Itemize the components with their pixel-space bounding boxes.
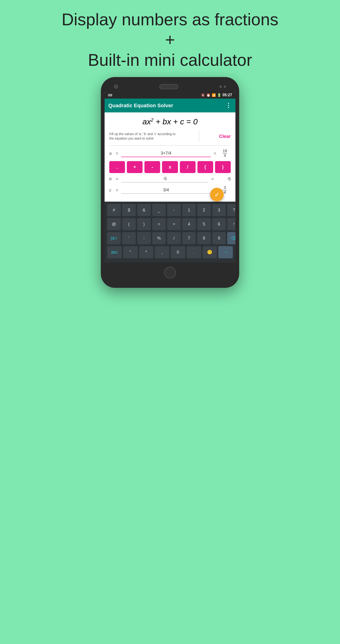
- equals-result-b: =: [210, 176, 215, 182]
- key-7[interactable]: 7: [182, 232, 196, 244]
- keyboard-icon: ⌨: [108, 94, 112, 97]
- key-plus[interactable]: +: [167, 218, 181, 230]
- result-b: -5: [217, 176, 231, 182]
- key-abc[interactable]: abc: [107, 246, 122, 258]
- key-close-paren[interactable]: ): [137, 218, 151, 230]
- input-row-c: c = = 3 4 ✓: [109, 186, 231, 194]
- key-6[interactable]: 6: [212, 218, 226, 230]
- key-quote[interactable]: ": [123, 246, 138, 258]
- key-question[interactable]: ?: [227, 204, 235, 216]
- key-2[interactable]: 2: [197, 204, 211, 216]
- result-a-fraction: 19 4: [219, 149, 231, 158]
- var-label-a: a: [109, 151, 113, 156]
- sensor-dot-1: [220, 86, 222, 88]
- promo-header: Display numbers as fractions + Built-in …: [62, 9, 278, 70]
- var-label-c: c: [109, 188, 113, 193]
- kb-row-4: abc " * , 0 . 🙂 →: [106, 246, 234, 258]
- phone-bottom: [105, 267, 235, 278]
- equals-result-a: =: [213, 151, 217, 156]
- key-apostrophe[interactable]: ': [122, 232, 136, 244]
- clear-button[interactable]: Clear: [219, 134, 231, 139]
- key-hash[interactable]: #: [107, 204, 121, 216]
- key-asterisk[interactable]: *: [139, 246, 153, 258]
- result-a-numerator: 19: [223, 149, 227, 154]
- key-3[interactable]: 3: [212, 204, 226, 216]
- key-equals[interactable]: =: [152, 218, 166, 230]
- calc-multiply[interactable]: x: [162, 161, 178, 173]
- confirm-fab[interactable]: ✓: [210, 188, 224, 202]
- battery-icon: 🔋: [217, 93, 221, 97]
- content-area: ax2 + bx + c = 0 Fill up the values of '…: [105, 112, 235, 202]
- phone-shell: ⌨ 🔇 ⏰ 📶 🔋 05:27 Quadratic Equation Solve…: [101, 77, 239, 288]
- key-8[interactable]: 8: [197, 232, 211, 244]
- result-c-numerator: 3: [223, 186, 227, 190]
- key-period[interactable]: .: [187, 246, 201, 258]
- key-enter[interactable]: →: [218, 246, 233, 258]
- kb-row-2: @ ( ) = + 4 5 6 !: [106, 218, 234, 230]
- phone-top-bar: [105, 84, 235, 92]
- front-camera: [114, 84, 118, 89]
- key-colon[interactable]: :: [137, 232, 151, 244]
- mute-icon: 🔇: [201, 93, 205, 97]
- status-right: 🔇 ⏰ 📶 🔋 05:27: [201, 93, 232, 97]
- key-amp[interactable]: &: [137, 204, 151, 216]
- sensor-cluster: [220, 86, 226, 88]
- app-title: Quadratic Equation Solver: [108, 102, 173, 109]
- speaker-grille: [159, 84, 178, 89]
- key-at[interactable]: @: [107, 218, 121, 230]
- app-bar: Quadratic Equation Solver ⋮: [105, 98, 235, 112]
- keyboard: # $ & _ - 1 2 3 ? @ ( ) = + 4 5 6 !: [105, 202, 235, 262]
- equation-text: ax2 + bx + c = 0: [142, 117, 198, 126]
- equation-display: ax2 + bx + c = 0: [109, 117, 231, 126]
- key-backspace[interactable]: ⌫: [227, 232, 235, 244]
- kb-row-1: # $ & _ - 1 2 3 ?: [106, 204, 234, 216]
- equals-b: =: [115, 176, 119, 182]
- more-menu-icon[interactable]: ⋮: [225, 102, 232, 109]
- input-a[interactable]: [121, 150, 211, 157]
- vertical-divider: [199, 130, 199, 142]
- calc-divide[interactable]: /: [180, 161, 196, 173]
- key-5[interactable]: 5: [197, 218, 211, 230]
- key-4[interactable]: 4: [182, 218, 196, 230]
- promo-line2: +: [62, 30, 278, 50]
- key-underscore[interactable]: _: [152, 204, 166, 216]
- result-a-denominator: 4: [223, 154, 227, 158]
- key-symbols[interactable]: {&=: [107, 232, 121, 244]
- calc-dot[interactable]: .: [109, 161, 125, 173]
- instruction-row: Fill up the values of 'a', 'b' and 'c' a…: [109, 130, 231, 146]
- status-time: 05:27: [223, 93, 232, 97]
- equals-c: =: [115, 188, 119, 193]
- sensor-dot-2: [224, 86, 226, 88]
- input-c[interactable]: [121, 187, 211, 194]
- key-dollar[interactable]: $: [122, 204, 136, 216]
- promo-line1: Display numbers as fractions: [62, 9, 278, 30]
- signal-icon: 📶: [212, 93, 216, 97]
- key-percent[interactable]: %: [152, 232, 166, 244]
- key-9[interactable]: 9: [212, 232, 226, 244]
- home-button[interactable]: [164, 267, 176, 278]
- kb-row-3: {&= ' : % / 7 8 9 ⌫: [106, 232, 234, 244]
- key-exclaim[interactable]: !: [227, 218, 235, 230]
- phone-screen: ⌨ 🔇 ⏰ 📶 🔋 05:27 Quadratic Equation Solve…: [105, 92, 235, 262]
- status-bar: ⌨ 🔇 ⏰ 📶 🔋 05:27: [105, 92, 235, 98]
- key-dash[interactable]: -: [167, 204, 181, 216]
- promo-line3: Built-in mini calculator: [62, 50, 278, 70]
- key-slash[interactable]: /: [167, 232, 181, 244]
- calc-close-paren[interactable]: ): [215, 161, 231, 173]
- calc-plus[interactable]: +: [127, 161, 142, 173]
- calc-minus[interactable]: -: [144, 161, 160, 173]
- instruction-text: Fill up the values of 'a', 'b' and 'c' a…: [109, 132, 180, 141]
- alarm-icon: ⏰: [206, 93, 210, 97]
- key-emoji[interactable]: 🙂: [203, 246, 217, 258]
- input-row-a: a = = 19 4: [109, 149, 231, 158]
- status-left: ⌨: [108, 94, 112, 97]
- key-1[interactable]: 1: [182, 204, 196, 216]
- mini-calculator: . + - x / ( ): [109, 161, 231, 173]
- input-row-b: b = = -5: [109, 176, 231, 182]
- var-label-b: b: [109, 176, 113, 182]
- input-b[interactable]: [121, 176, 209, 182]
- key-0[interactable]: 0: [171, 246, 185, 258]
- key-comma[interactable]: ,: [155, 246, 169, 258]
- key-open-paren[interactable]: (: [122, 218, 136, 230]
- calc-open-paren[interactable]: (: [198, 161, 213, 173]
